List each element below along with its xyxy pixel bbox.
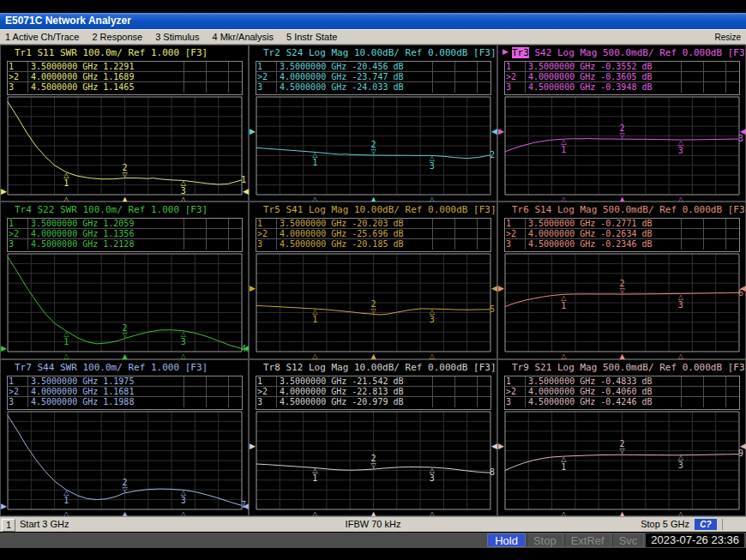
marker-indicator-number: 1: [312, 159, 317, 166]
marker-cell: [207, 387, 229, 397]
plot-canvas: [505, 254, 739, 352]
channel-number: 1: [2, 519, 15, 532]
trace-params: S12 Log Mag 10.00dB/ Ref 0.000dB [F3]: [280, 362, 496, 373]
marker-cell: [433, 62, 455, 72]
marker-3-indicator: △3: [181, 331, 186, 346]
plot-area: △1△2▽▲△3△▶◀7: [8, 412, 242, 509]
trace-window[interactable]: ▶ Tr5 S41 Log Mag 10.00dB/ Ref 0.000dB […: [249, 202, 497, 358]
marker-cell: [184, 376, 207, 387]
marker-cell: 4.5000000 GHz -0.3948 dB: [526, 82, 682, 93]
marker-cell: 3.5000000 GHz -0.4833 dB: [526, 376, 682, 387]
marker-cell: [682, 376, 704, 387]
plot-area: △1△2▽▲△3△▶◀1: [8, 97, 242, 195]
trace-number-label: 6: [738, 289, 743, 298]
marker-cell: [726, 62, 739, 72]
trace-number-label: 7: [241, 501, 246, 509]
marker-cell: 4.5000000 GHz 1.1465: [28, 82, 184, 93]
ifbw-readout: IFBW 70 kHz: [346, 519, 401, 529]
menu-stimulus[interactable]: 3 Stimulus: [155, 32, 199, 42]
marker-indicator-number: 3: [430, 316, 435, 323]
marker-cell: [704, 62, 726, 72]
marker-cell: 4.0000000 GHz -22.813 dB: [277, 387, 433, 397]
marker-3-indicator: △3: [430, 467, 435, 482]
cal-status-badge[interactable]: C?: [695, 519, 717, 530]
marker-table: 13.5000000 GHz -0.3552 dB>24.0000000 GHz…: [504, 61, 740, 95]
marker-cell: [229, 219, 242, 229]
marker-cell: 3.5000000 GHz -0.2771 dB: [526, 219, 682, 229]
marker-cell: [433, 376, 455, 387]
trace-number-label: 8: [490, 468, 495, 477]
marker-cell: [207, 72, 229, 82]
marker-cell: [184, 72, 207, 82]
marker-cell: [229, 387, 242, 397]
extref-indicator[interactable]: ExtRef: [564, 533, 611, 547]
marker-table: 13.5000000 GHz -21.542 dB>24.0000000 GHz…: [256, 376, 491, 410]
marker-cell: 4.0000000 GHz -0.4060 dB: [526, 387, 682, 397]
ref-level-right-arrow-icon: ◀: [491, 443, 497, 450]
resize-button[interactable]: Resize: [714, 33, 741, 42]
ref-level-left-arrow-icon: ▶: [250, 443, 256, 450]
trace-window[interactable]: ▶ Tr4 S22 SWR 100.0m/ Ref 1.000 [F3] 13.…: [0, 202, 249, 358]
triangle-down-icon: ▽: [619, 287, 624, 294]
marker-cell: [726, 219, 739, 229]
trace-header[interactable]: Tr5 S41 Log Mag 10.00dB/ Ref 0.000dB [F3…: [263, 204, 496, 215]
marker-cell: 3.5000000 GHz 1.1975: [28, 376, 184, 387]
marker-1-indicator: △1: [312, 152, 317, 166]
marker-cell: [455, 62, 478, 72]
marker-cell: [455, 229, 478, 239]
marker-table: 13.5000000 GHz 1.1975>24.0000000 GHz 1.1…: [7, 376, 243, 410]
trace-window[interactable]: ▶ Tr9 S21 Log Mag 500.0mdB/ Ref 0.000dB …: [497, 359, 746, 516]
trace-header[interactable]: Tr1 S11 SWR 100.0m/ Ref 1.000 [F3]: [15, 47, 247, 58]
menu-instr-state[interactable]: 5 Instr State: [286, 32, 337, 42]
trace-label: Tr6: [512, 204, 529, 215]
trace-header[interactable]: Tr8 S12 Log Mag 10.00dB/ Ref 0.000dB [F3…: [263, 362, 496, 373]
marker-1-indicator: △1: [561, 295, 566, 310]
marker-cell: [726, 387, 739, 397]
marker-cell: 3.5000000 GHz 1.2291: [28, 62, 184, 72]
plot-area: △1△2▽▲△3△▶◀3: [505, 97, 739, 195]
marker-indicator-number: 3: [430, 474, 435, 482]
marker-cell: [229, 239, 242, 250]
trigger-stop-indicator[interactable]: Stop: [526, 533, 563, 547]
trace-params: S24 Log Mag 10.00dB/ Ref 0.000dB [F3]: [280, 47, 496, 58]
trace-header[interactable]: Tr6 S14 Log Mag 500.0mdB/ Ref 0.000dB [F…: [512, 204, 744, 215]
trace-label: Tr7: [15, 362, 32, 373]
marker-cell: [478, 72, 490, 82]
trace-label: Tr5: [263, 204, 280, 215]
trigger-hold-indicator[interactable]: Hold: [487, 533, 526, 547]
trace-header[interactable]: Tr4 S22 SWR 100.0m/ Ref 1.000 [F3]: [15, 204, 247, 215]
marker-indicator-number: 3: [678, 461, 683, 469]
trace-label: Tr2: [263, 47, 280, 58]
trace-number-label: 3: [738, 135, 743, 143]
trace-window[interactable]: ▶ Tr6 S14 Log Mag 500.0mdB/ Ref 0.000dB …: [497, 202, 746, 358]
trace-window[interactable]: ▶ Tr2 S24 Log Mag 10.00dB/ Ref 0.000dB […: [249, 45, 497, 202]
trace-window[interactable]: ▶ Tr8 S12 Log Mag 10.00dB/ Ref 0.000dB […: [249, 359, 497, 516]
trace-header[interactable]: Tr9 S21 Log Mag 500.0mdB/ Ref 0.000dB [F…: [512, 362, 744, 373]
trace-header[interactable]: Tr2 S24 Log Mag 10.00dB/ Ref 0.000dB [F3…: [263, 47, 496, 58]
service-indicator[interactable]: Svc: [612, 533, 645, 547]
ref-level-left-arrow-icon: ▶: [250, 285, 256, 292]
marker-cell: [207, 229, 229, 239]
menu-mkr-analysis[interactable]: 4 Mkr/Analysis: [212, 32, 274, 42]
marker-cell: [207, 82, 229, 93]
marker-indicator-number: 1: [63, 338, 69, 346]
marker-number: 3: [505, 82, 526, 93]
marker-cell: [455, 239, 478, 250]
marker-indicator-number: 1: [561, 146, 566, 154]
trace-window[interactable]: ▶ Tr7 S44 SWR 100.0m/ Ref 1.000 [F3] 13.…: [0, 359, 249, 516]
window-titlebar[interactable]: E5071C Network Analyzer: [0, 13, 746, 29]
trace-header[interactable]: Tr3 S42 Log Mag 500.0mdB/ Ref 0.000dB [F…: [512, 47, 744, 58]
marker-number: 3: [256, 239, 277, 250]
menu-active-ch-trace[interactable]: 1 Active Ch/Trace: [5, 32, 79, 42]
menu-response[interactable]: 2 Response: [92, 32, 142, 42]
marker-cell: [433, 82, 455, 93]
marker-cell: [207, 219, 229, 229]
marker-cell: [682, 397, 704, 407]
marker-indicator-number: 3: [430, 162, 435, 170]
marker-cell: [184, 219, 207, 229]
trace-window[interactable]: ▶ Tr3 S42 Log Mag 500.0mdB/ Ref 0.000dB …: [497, 45, 746, 202]
trace-window[interactable]: ▶ Tr1 S11 SWR 100.0m/ Ref 1.000 [F3] 13.…: [0, 45, 249, 202]
trace-header[interactable]: Tr7 S44 SWR 100.0m/ Ref 1.000 [F3]: [15, 362, 247, 373]
marker-cell: [184, 387, 207, 397]
marker-cell: [682, 62, 704, 72]
